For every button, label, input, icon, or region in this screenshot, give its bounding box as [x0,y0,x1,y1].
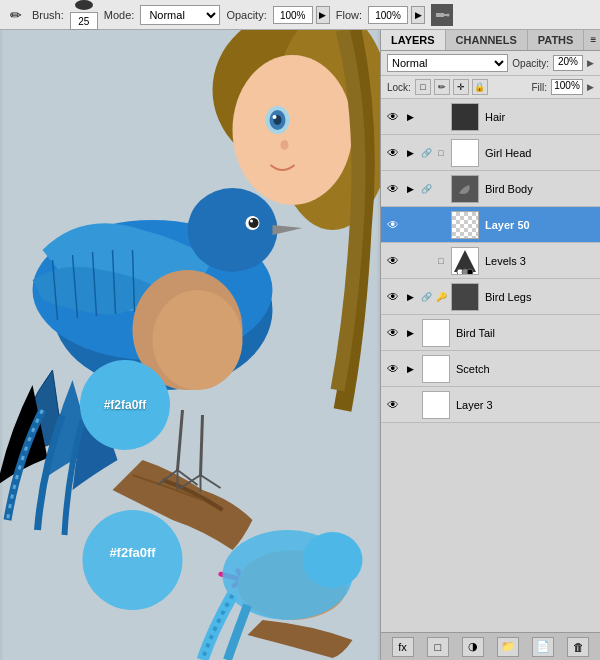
layer-name-layer-50: Layer 50 [485,219,530,231]
svg-point-11 [281,140,289,150]
layer-mask-icon [434,182,448,196]
layer-row-levels-3[interactable]: 👁 ▶ □ Levels 3 [381,243,600,279]
flow-value[interactable]: 100% [368,6,408,24]
layer-eye-bird-tail[interactable]: 👁 [385,325,401,341]
svg-rect-0 [436,13,444,17]
lock-transparent-btn[interactable]: □ [415,79,431,95]
flow-control: 100% ▶ [368,6,425,24]
new-group-btn[interactable]: 📁 [497,637,519,657]
svg-point-22 [83,510,183,610]
fill-label: Fill: [531,82,547,93]
layer-mask-icon: 🔑 [434,290,448,304]
layer-name-girl-head: Girl Head [485,147,531,159]
layer-link-icon [419,254,433,268]
layer-mask-icon [434,110,448,124]
layer-link-icon: 🔗 [419,290,433,304]
main-area: #f2fa0ff ➜ #f2fa0ff LAYERS [0,30,600,660]
canvas-area[interactable]: #f2fa0ff ➜ #f2fa0ff [0,30,380,660]
layer-expand-bird-tail[interactable]: ▶ [404,327,416,339]
new-layer-btn[interactable]: 📄 [532,637,554,657]
layer-expand-hair[interactable]: ▶ [404,111,416,123]
layer-row-bird-tail[interactable]: 👁 ▶ Bird Tail [381,315,600,351]
layer-eye-scetch[interactable]: 👁 [385,361,401,377]
layer-expand-scetch[interactable]: ▶ [404,363,416,375]
layer-link-icon [419,110,433,124]
layer-name-scetch: Scetch [456,363,490,375]
mode-select[interactable]: Normal Dissolve Multiply [140,5,220,25]
lock-label: Lock: [387,82,411,93]
layer-name-bird-tail: Bird Tail [456,327,495,339]
layer-expand-bird-body[interactable]: ▶ [404,183,416,195]
layer-adjustment-btn[interactable]: ◑ [462,637,484,657]
color-bubble-text: #f2fa0ff [104,398,147,412]
layer-fx-btn[interactable]: fx [392,637,414,657]
layer-expand-bird-legs[interactable]: ▶ [404,291,416,303]
layer-icons-hair [419,110,448,124]
delete-layer-btn[interactable]: 🗑 [567,637,589,657]
layer-eye-layer-50[interactable]: 👁 [385,217,401,233]
layer-link-icon: 🔗 [419,146,433,160]
layer-icons-bird-legs: 🔗 🔑 [419,290,448,304]
tab-layers[interactable]: LAYERS [381,30,446,50]
lock-all-btn[interactable]: 🔒 [472,79,488,95]
opacity-value[interactable]: 20% [553,55,583,71]
layer-thumb-hair [451,103,479,131]
fill-value[interactable]: 100% [551,79,583,95]
fill-arrow-btn[interactable]: ▶ [587,82,594,92]
layer-name-bird-legs: Bird Legs [485,291,531,303]
layer-eye-girl-head[interactable]: 👁 [385,145,401,161]
panel-close-btn[interactable]: ≡ [584,30,600,50]
layer-name-layer-3: Layer 3 [456,399,493,411]
color-bubble: #f2fa0ff [80,360,170,450]
layer-expand-girl-head[interactable]: ▶ [404,147,416,159]
layer-row-bird-legs[interactable]: 👁 ▶ 🔗 🔑 Bird Legs [381,279,600,315]
lock-paint-btn[interactable]: ✏ [434,79,450,95]
blend-mode-select[interactable]: Normal Multiply Screen [387,54,508,72]
svg-point-19 [250,220,253,223]
layer-thumb-bird-body [451,175,479,203]
layer-thumb-levels-3 [451,247,479,275]
tab-paths[interactable]: PATHS [528,30,585,50]
lock-row: Lock: □ ✏ ✛ 🔒 Fill: 100% ▶ [381,76,600,99]
svg-point-18 [249,218,259,228]
layer-row-layer-3[interactable]: 👁 ▶ Layer 3 [381,387,600,423]
layer-row-layer-50[interactable]: 👁 ▶ Layer 50 [381,207,600,243]
layer-icons-layer-50 [419,218,448,232]
airbrush-icon[interactable] [431,4,453,26]
layer-row-hair[interactable]: 👁 ▶ Hair [381,99,600,135]
brush-size-control[interactable]: 25 [70,0,98,30]
svg-point-10 [273,115,277,119]
opacity-value[interactable]: 100% [273,6,313,24]
lock-move-btn[interactable]: ✛ [453,79,469,95]
opacity-label: Opacity: [226,9,266,21]
layer-eye-levels-3[interactable]: 👁 [385,253,401,269]
opacity-increment-btn[interactable]: ▶ [316,6,330,24]
brush-tool-icon[interactable]: ✏ [6,5,26,25]
tab-channels[interactable]: CHANNELS [446,30,528,50]
layer-mask-icon: □ [434,146,448,160]
layer-row-scetch[interactable]: 👁 ▶ Scetch [381,351,600,387]
layer-eye-bird-legs[interactable]: 👁 [385,289,401,305]
flow-increment-btn[interactable]: ▶ [411,6,425,24]
layer-eye-layer-3[interactable]: 👁 [385,397,401,413]
layer-row-girl-head[interactable]: 👁 ▶ 🔗 □ Girl Head [381,135,600,171]
svg-point-6 [233,55,353,205]
svg-point-16 [188,188,278,272]
layer-eye-hair[interactable]: 👁 [385,109,401,125]
layer-eye-bird-body[interactable]: 👁 [385,181,401,197]
layer-thumb-scetch [422,355,450,383]
opacity-arrow-btn[interactable]: ▶ [587,58,594,68]
flow-label: Flow: [336,9,362,21]
svg-point-27 [303,532,363,588]
layer-row-bird-body[interactable]: 👁 ▶ 🔗 Bird Body [381,171,600,207]
layer-thumb-layer-3 [422,391,450,419]
layer-thumb-girl-head [451,139,479,167]
svg-point-15 [153,290,243,390]
brush-size-value[interactable]: 25 [70,12,98,30]
brush-label: Brush: [32,9,64,21]
layer-mask-btn[interactable]: □ [427,637,449,657]
layer-link-icon [419,218,433,232]
layers-panel: LAYERS CHANNELS PATHS ≡ Normal Multiply … [380,30,600,660]
layer-icons-levels-3: □ [419,254,448,268]
panel-bottom-toolbar: fx □ ◑ 📁 📄 🗑 [381,632,600,660]
